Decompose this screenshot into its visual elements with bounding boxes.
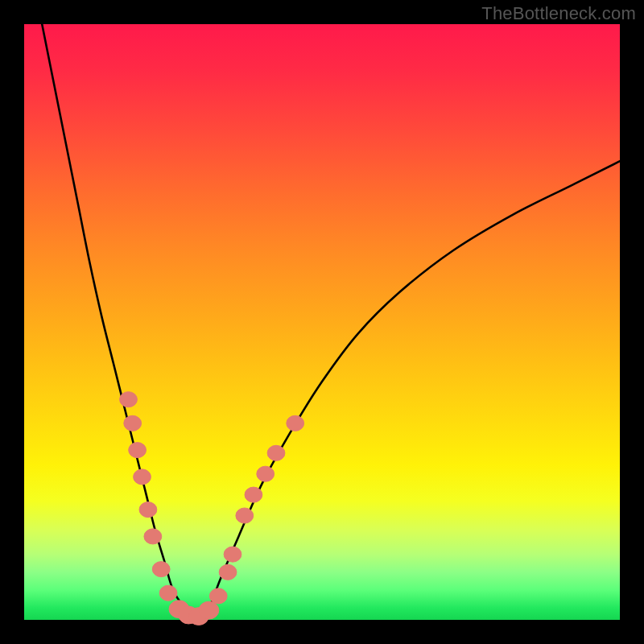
marker-dot <box>129 443 147 458</box>
marker-dot <box>199 601 219 619</box>
marker-dot <box>159 585 177 601</box>
curve-svg <box>24 24 620 620</box>
marker-dot <box>219 564 237 580</box>
bottleneck-curve <box>42 24 620 620</box>
marker-dot <box>245 487 262 502</box>
scatter-markers <box>120 392 304 625</box>
marker-dot <box>257 466 275 481</box>
marker-dot <box>209 588 227 604</box>
watermark-text: TheBottleneck.com <box>481 3 636 24</box>
marker-dot <box>144 529 162 544</box>
marker-dot <box>120 392 138 407</box>
marker-dot <box>134 469 151 485</box>
marker-dot <box>124 415 142 431</box>
marker-dot <box>139 502 157 518</box>
chart-frame: TheBottleneck.com <box>0 0 644 644</box>
marker-dot <box>267 445 285 460</box>
marker-dot <box>152 562 170 577</box>
marker-dot <box>236 508 254 523</box>
marker-dot <box>224 547 242 562</box>
plot-area <box>24 24 620 620</box>
marker-dot <box>287 415 304 431</box>
